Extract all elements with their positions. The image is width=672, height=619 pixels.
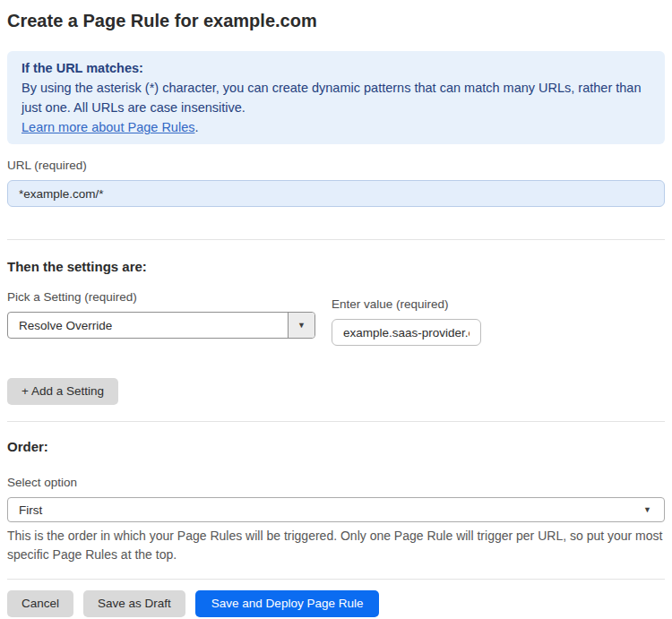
footer-actions: Cancel Save as Draft Save and Deploy Pag… (7, 590, 665, 617)
link-suffix: . (194, 120, 198, 134)
setting-column: Pick a Setting (required) Resolve Overri… (7, 290, 315, 339)
value-column: Enter value (required) (332, 297, 481, 346)
save-and-deploy-button[interactable]: Save and Deploy Page Rule (195, 590, 380, 617)
setting-select[interactable]: Resolve Override ▼ (7, 312, 315, 339)
settings-row: Pick a Setting (required) Resolve Overri… (7, 290, 665, 346)
page-title: Create a Page Rule for example.com (7, 11, 665, 31)
setting-value-input[interactable] (332, 319, 481, 346)
info-box-heading: If the URL matches: (22, 58, 650, 78)
order-select-value: First (8, 498, 631, 521)
setting-label: Pick a Setting (required) (7, 290, 315, 305)
settings-heading: Then the settings are: (7, 260, 665, 274)
divider (7, 421, 665, 422)
learn-more-link[interactable]: Learn more about Page Rules (22, 120, 194, 134)
order-select-caret-wrap: ▼ (631, 498, 664, 521)
order-select-label: Select option (7, 476, 665, 490)
divider (7, 239, 665, 240)
url-label: URL (required) (7, 159, 665, 173)
setting-select-caret-box: ▼ (288, 313, 314, 338)
order-select[interactable]: First ▼ (7, 497, 665, 522)
order-help-text: This is the order in which your Page Rul… (7, 527, 665, 564)
info-box-body: By using the asterisk (*) character, you… (22, 78, 650, 117)
caret-down-icon: ▼ (643, 506, 651, 514)
setting-value-label: Enter value (required) (332, 297, 481, 312)
info-box-link-line: Learn more about Page Rules. (22, 117, 650, 137)
order-heading: Order: (7, 440, 665, 454)
setting-select-value: Resolve Override (8, 313, 288, 338)
add-setting-button[interactable]: + Add a Setting (7, 378, 118, 405)
caret-down-icon: ▼ (297, 322, 306, 330)
cancel-button[interactable]: Cancel (7, 590, 73, 617)
save-as-draft-button[interactable]: Save as Draft (83, 590, 185, 617)
url-input[interactable] (7, 180, 665, 207)
url-field: URL (required) (7, 159, 665, 207)
url-match-info-box: If the URL matches: By using the asteris… (7, 51, 665, 144)
divider (7, 579, 665, 580)
